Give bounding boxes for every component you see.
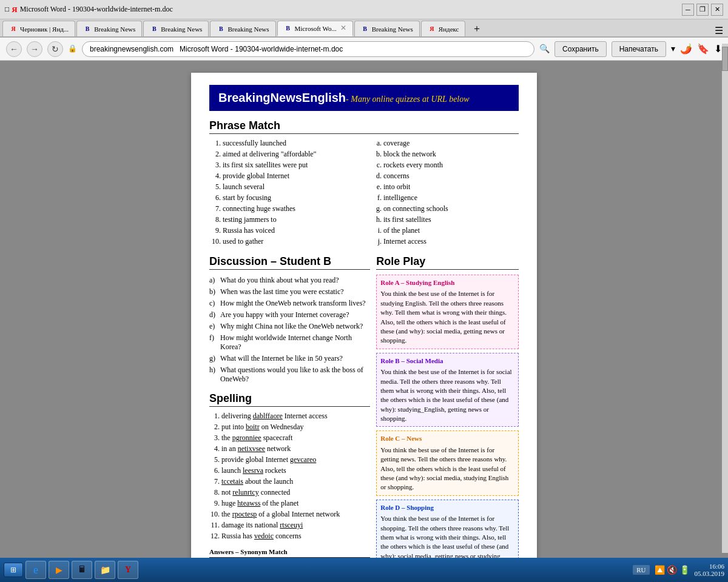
list-item: Russia has voiced: [223, 226, 358, 235]
site-tagline: - Many online quizzes at URL below: [346, 95, 470, 104]
list-item: intelligence: [383, 193, 519, 202]
list-item: huge hteawss of the planet: [221, 499, 370, 508]
search-icon: 🔍: [539, 44, 550, 54]
taskbar-calculator[interactable]: 🖩: [72, 561, 92, 579]
bottom-left-col: Discussion – Student B a)What do you thi…: [209, 255, 370, 582]
list-item: into orbit: [383, 182, 519, 192]
role-a-text: You think the best use of the Internet i…: [380, 290, 507, 344]
address-input[interactable]: [82, 41, 534, 57]
tab-favicon-b1: B: [83, 25, 92, 33]
list-item: provide global Internet: [223, 172, 358, 181]
tab-breaking1[interactable]: B Breaking News: [76, 21, 142, 36]
taskbar-browser[interactable]: Y: [118, 561, 138, 579]
list-item: its first satellites: [383, 215, 519, 224]
site-header: BreakingNewsEnglish- Many online quizzes…: [209, 85, 519, 111]
list-item: rockets every month: [383, 161, 519, 170]
list-item: successfully launched: [223, 139, 358, 148]
list-item: the rpoctesp of a global Internet networ…: [221, 510, 370, 519]
menu-icon[interactable]: ☰: [710, 25, 728, 36]
print-button[interactable]: Напечатать: [612, 41, 666, 57]
role-b-box: Role B – Social Media You think the best…: [376, 353, 519, 427]
list-item: not relunrtcy connected: [221, 488, 370, 497]
list-item: delivering dablffaore Internet access: [221, 412, 370, 421]
taskbar: ⊞ e ▶ 🖩 📁 Y RU 🔼 🔇 🔋 16:06 05.03.2019: [0, 558, 728, 582]
list-item: launch several: [223, 182, 358, 192]
address-bar: ← → ↻ 🔒 🔍 Сохранить Напечатать ▾ 🌶️ 🔖 ⬇: [0, 38, 728, 61]
document: BreakingNewsEnglish- Many online quizzes…: [191, 73, 537, 582]
tab-yandex[interactable]: Я Яндекс: [421, 21, 466, 36]
list-item: coverage: [383, 139, 519, 148]
tab-breaking3[interactable]: B Breaking News: [210, 21, 275, 36]
time-display: 16:06: [695, 563, 725, 570]
back-button[interactable]: ←: [6, 41, 22, 57]
ie-icon: e: [33, 564, 38, 577]
dropdown-icon[interactable]: ▾: [671, 44, 675, 54]
lang-indicator: RU: [633, 565, 649, 575]
phrase-match-left: successfully launched aimed at deliverin…: [209, 139, 358, 248]
role-c-box: Role C – News You think the best use of …: [376, 430, 519, 495]
window-icon: □: [5, 5, 9, 14]
list-item: on connecting schools: [383, 204, 519, 213]
tab-breaking4[interactable]: B Breaking News: [354, 21, 420, 36]
list-item: put into boitr on Wednesday: [221, 423, 370, 432]
role-b-title: Role B – Social Media: [380, 356, 514, 366]
forward-button[interactable]: →: [27, 41, 42, 57]
yandex-favicon: Я: [12, 5, 17, 15]
windows-icon: ⊞: [10, 566, 16, 574]
refresh-button[interactable]: ↻: [47, 41, 63, 57]
extension-icon2: 🔖: [697, 43, 709, 55]
save-button[interactable]: Сохранить: [554, 41, 607, 57]
media-icon: ▶: [56, 565, 62, 575]
tab-favicon-yandex: Я: [9, 25, 18, 33]
bottom-section: Discussion – Student B a)What do you thi…: [209, 255, 519, 582]
discussion-title: Discussion – Student B: [209, 255, 370, 270]
taskbar-right: RU 🔼 🔇 🔋 16:06 05.03.2019: [633, 563, 724, 577]
minimize-btn[interactable]: ─: [682, 4, 694, 16]
site-name: BreakingNewsEnglish: [218, 91, 346, 104]
list-item: launch leesrva rockets: [221, 466, 370, 475]
title-bar: □ Я Microsoft Word - 190304-worldwide-in…: [0, 0, 728, 19]
phrase-match-right: coverage block the network rockets every…: [370, 139, 519, 248]
taskbar-folder[interactable]: 📁: [95, 561, 115, 579]
calc-icon: 🖩: [78, 565, 86, 575]
role-a-box: Role A – Studying English You think the …: [376, 275, 519, 349]
extension-icon1: 🌶️: [680, 43, 692, 55]
start-button[interactable]: ⊞: [4, 563, 23, 577]
tab-favicon-b2: B: [150, 25, 158, 33]
list-item: tccetais about the launch: [221, 477, 370, 486]
role-c-text: You think the best use of the Internet i…: [380, 446, 508, 491]
list-item: provide global Internet gevcareo: [221, 455, 370, 464]
tab-breaking2[interactable]: B Breaking News: [143, 21, 209, 36]
taskbar-ie[interactable]: e: [25, 561, 46, 579]
tab-favicon-b4: B: [361, 25, 369, 33]
new-tab-btn[interactable]: ＋: [469, 21, 485, 36]
tab-favicon-word: B: [284, 24, 292, 33]
scrollbar[interactable]: [722, 44, 728, 553]
phrase-match-title: Phrase Match: [209, 119, 519, 134]
download-icon[interactable]: ⬇: [714, 43, 722, 55]
taskbar-media[interactable]: ▶: [49, 561, 69, 579]
list-item: connecting huge swathes: [223, 204, 358, 213]
tab-microsoft-word[interactable]: B Microsoft Wo... ✕: [277, 21, 353, 36]
list-item: its first six satellites were put: [223, 161, 358, 170]
browser-icon: Y: [125, 565, 131, 575]
discussion-section: Discussion – Student B a)What do you thi…: [209, 255, 370, 385]
spelling-section: Spelling delivering dablffaore Internet …: [209, 392, 370, 541]
list-item: used to gather: [223, 237, 358, 246]
list-item: concerns: [383, 172, 519, 181]
role-b-text: You think the best use of the Internet i…: [380, 368, 511, 422]
list-item: damage its national rtsceuyi: [221, 521, 370, 530]
role-a-title: Role A – Studying English: [380, 278, 514, 287]
list-item: Internet access: [383, 237, 519, 246]
system-icons: 🔼 🔇 🔋: [655, 565, 690, 575]
list-item: testing jammers to: [223, 215, 358, 224]
scrollbar-thumb[interactable]: [722, 47, 728, 71]
tab-chernovic[interactable]: Я Черновик | Янд...: [2, 21, 75, 36]
lock-icon: 🔒: [68, 44, 77, 53]
close-btn[interactable]: ✕: [711, 4, 723, 16]
folder-icon: 📁: [100, 565, 110, 575]
phrase-match-section: Phrase Match successfully launched aimed…: [209, 119, 519, 248]
tab-close-icon[interactable]: ✕: [340, 24, 346, 33]
restore-btn[interactable]: ❐: [696, 4, 709, 16]
bottom-right-col: Role Play Role A – Studying English You …: [376, 255, 519, 582]
